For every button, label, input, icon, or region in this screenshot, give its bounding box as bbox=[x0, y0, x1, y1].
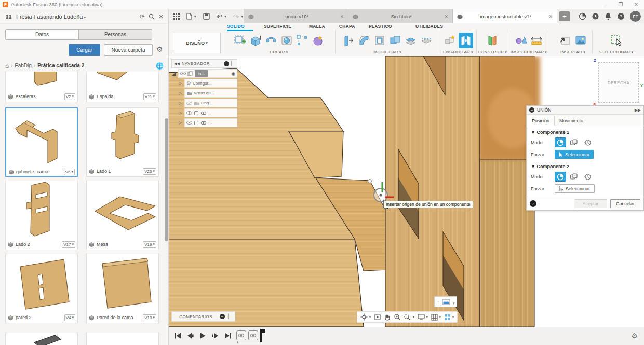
close-tab-icon[interactable]: ✕ bbox=[340, 14, 344, 19]
tab-personas[interactable]: Personas bbox=[78, 30, 152, 39]
collapse-all-icon[interactable] bbox=[171, 71, 177, 76]
navigator-row-component-link-2[interactable]: ▷ ... bbox=[171, 118, 237, 127]
item-name[interactable]: Espalda bbox=[97, 94, 141, 99]
insert-derive-button[interactable] bbox=[558, 33, 572, 48]
item-card-pared-de-la-cama[interactable]: Pared de la cama V10 bbox=[86, 254, 159, 323]
tab-posicion[interactable]: Posición bbox=[527, 116, 555, 126]
eye-icon[interactable] bbox=[180, 72, 186, 75]
mode-between-faces-button[interactable] bbox=[568, 137, 580, 147]
fit-view-icon[interactable] bbox=[404, 313, 414, 321]
item-card-pared-2[interactable]: pared 2 V4 bbox=[5, 254, 78, 323]
doc-tab-sin-titulo[interactable]: Sin título* ✕ bbox=[348, 9, 453, 23]
pan-tool-icon[interactable] bbox=[384, 314, 391, 321]
notifications-bell-icon[interactable] bbox=[605, 12, 612, 20]
press-pull-button[interactable] bbox=[341, 33, 356, 48]
document-root-label[interactable]: in... bbox=[195, 70, 208, 77]
version-badge[interactable]: V6 bbox=[64, 169, 75, 175]
group-label-insertar[interactable]: INSERTAR bbox=[560, 50, 585, 54]
go-to-end-button[interactable] bbox=[224, 332, 232, 339]
close-window-button[interactable]: ✕ bbox=[628, 2, 644, 7]
new-component-button[interactable] bbox=[443, 33, 458, 48]
create-form-button[interactable] bbox=[311, 33, 325, 48]
mode-motion-limit-button[interactable] bbox=[582, 172, 593, 182]
group-label-seleccionar[interactable]: SELECCIONAR bbox=[599, 50, 633, 54]
step-back-button[interactable] bbox=[186, 332, 194, 339]
env-tab-malla[interactable]: MALLA bbox=[309, 24, 325, 29]
home-icon[interactable]: ⌂ bbox=[5, 62, 9, 70]
item-name[interactable]: Lado 1 bbox=[97, 169, 141, 174]
item-name[interactable]: Pared de la cama bbox=[97, 315, 141, 320]
item-name[interactable]: Lado 2 bbox=[16, 242, 60, 247]
shell-button[interactable] bbox=[372, 33, 387, 48]
item-name[interactable]: gabinete- cama bbox=[16, 169, 62, 174]
hole-button[interactable] bbox=[279, 33, 294, 48]
go-to-start-button[interactable] bbox=[174, 332, 182, 339]
minimize-navigator-icon[interactable]: – bbox=[224, 61, 229, 66]
dock-dialog-icon[interactable]: ▶▶ bbox=[635, 108, 641, 113]
navigator-row-origin[interactable]: ▷ Orig... bbox=[171, 99, 237, 107]
revolve-button[interactable] bbox=[264, 33, 278, 48]
display-settings-icon[interactable] bbox=[418, 314, 428, 320]
3d-viewport[interactable]: ◀◀ NAVEGADOR – ▏ in... ◉ ▷ ⚙ Configur...… bbox=[169, 56, 644, 327]
breadcrumb-current[interactable]: Prática calificada 2 bbox=[37, 63, 84, 68]
expand-icon[interactable]: ▷ bbox=[179, 101, 183, 105]
item-card-partial[interactable] bbox=[86, 333, 159, 345]
env-tab-plastico[interactable]: PLÁSTICO bbox=[369, 24, 392, 29]
env-tab-chapa[interactable]: CHAPA bbox=[339, 24, 355, 29]
select-button[interactable] bbox=[609, 33, 623, 48]
tab-datos[interactable]: Datos bbox=[6, 30, 78, 39]
viewcube-face-label[interactable]: DERECHA bbox=[608, 80, 630, 85]
group-label-construir[interactable]: CONSTRUIR bbox=[478, 50, 507, 54]
look-at-tool-icon[interactable] bbox=[374, 314, 381, 320]
doc-tab-imagen-instructable[interactable]: imagen instructable v1* ✕ bbox=[453, 9, 557, 23]
timeline-joint-feature-2[interactable] bbox=[248, 330, 258, 340]
expand-icon[interactable]: ▷ bbox=[179, 111, 183, 115]
upload-button[interactable]: Cargar bbox=[69, 44, 100, 56]
comments-panel-header[interactable]: COMENTARIOS – ▏ bbox=[171, 311, 235, 322]
tab-movimiento[interactable]: Movimiento bbox=[555, 116, 588, 126]
env-tab-utilidades[interactable]: UTILIDADES bbox=[415, 24, 443, 29]
minimize-dialog-icon[interactable]: – bbox=[529, 107, 534, 113]
eye-icon[interactable] bbox=[186, 111, 192, 115]
job-status-clock-icon[interactable] bbox=[592, 12, 599, 20]
env-tab-solido[interactable]: SOLIDO bbox=[227, 24, 245, 29]
navigator-grip[interactable]: ▏ bbox=[231, 61, 235, 66]
cancel-button[interactable]: Cancelar bbox=[610, 199, 640, 208]
breadcrumb-root[interactable]: FabDig bbox=[15, 63, 32, 68]
wood-board-right[interactable] bbox=[385, 56, 480, 327]
item-card-partial[interactable] bbox=[5, 333, 78, 345]
grid-settings-icon[interactable] bbox=[431, 314, 441, 321]
viewports-icon[interactable] bbox=[444, 314, 454, 321]
eye-icon[interactable] bbox=[186, 121, 192, 125]
offset-face-button[interactable] bbox=[404, 33, 418, 48]
help-icon[interactable]: ? bbox=[617, 12, 625, 20]
undo-icon[interactable]: ↶ bbox=[217, 12, 226, 21]
eye-off-icon[interactable] bbox=[186, 101, 192, 105]
item-name[interactable]: escaleras bbox=[16, 94, 62, 99]
maximize-button[interactable]: ❐ bbox=[613, 2, 628, 7]
group-label-ensamblar[interactable]: ENSAMBLAR bbox=[443, 50, 473, 54]
group-label-inspeccionar[interactable]: INSPECCIONAR bbox=[511, 50, 547, 54]
inspect-analysis-button[interactable] bbox=[514, 33, 528, 48]
group-label-modificar[interactable]: MODIFICAR bbox=[373, 50, 401, 54]
mode-simple-button[interactable] bbox=[555, 137, 566, 147]
user-avatar[interactable]: FF bbox=[630, 11, 641, 22]
version-badge[interactable]: V17 bbox=[62, 241, 75, 248]
joint-dialog-header[interactable]: – UNIÓN ▶▶ bbox=[527, 106, 643, 115]
version-badge[interactable]: V4 bbox=[64, 314, 75, 321]
panel-scrollbar[interactable] bbox=[165, 118, 168, 241]
mode-between-faces-button[interactable] bbox=[568, 172, 580, 182]
navigator-row-configuration[interactable]: ▷ ⚙ Configur... bbox=[171, 79, 237, 88]
file-menu-icon[interactable] bbox=[186, 13, 196, 20]
expand-icon[interactable]: ▷ bbox=[179, 120, 183, 125]
version-badge[interactable]: V10 bbox=[143, 314, 156, 321]
timeline-marker-flag[interactable] bbox=[261, 329, 265, 333]
display-mode-icon[interactable] bbox=[442, 299, 450, 305]
measure-button[interactable] bbox=[529, 33, 544, 48]
dropdown-caret-icon[interactable] bbox=[452, 297, 455, 307]
refresh-icon[interactable]: ⟳ bbox=[140, 13, 145, 20]
minimize-comments-icon[interactable]: – bbox=[220, 314, 225, 319]
item-card-lado-1[interactable]: Lado 1 V20 bbox=[86, 107, 159, 177]
step-forward-button[interactable] bbox=[211, 332, 219, 339]
component2-select-button[interactable]: Seleccionar bbox=[555, 184, 595, 193]
